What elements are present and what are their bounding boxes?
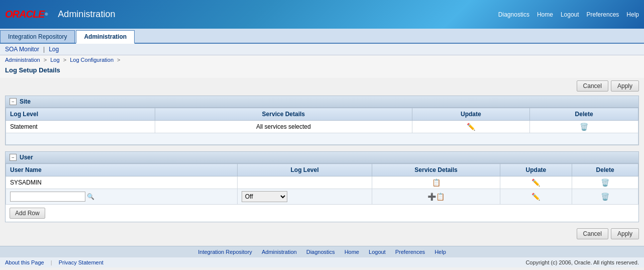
breadcrumb-log-config[interactable]: Log Configuration [70, 57, 114, 63]
user-col-service-details: Service Details [372, 164, 500, 176]
header: ORACLE ® Administration Diagnostics Home… [0, 0, 644, 29]
breadcrumb-arrow-3: > [117, 57, 120, 63]
footer-separator: | [51, 259, 52, 265]
bottom-action-bar: Cancel Apply [5, 228, 639, 239]
site-row-log-level: Statement [6, 121, 155, 133]
content-area: Cancel Apply − Site Log Level Service De… [0, 78, 644, 246]
user-input-delete-icon[interactable]: 🗑️ [601, 193, 609, 201]
page-title: Log Setup Details [0, 64, 644, 78]
user-input-name-cell: 🔍 [6, 189, 238, 205]
user-row-log-level [237, 176, 372, 189]
user-row-username: SYSADMIN [6, 176, 238, 189]
about-page-link[interactable]: About this Page [5, 259, 44, 265]
footer-bottom: About this Page | Privacy Statement Copy… [0, 257, 644, 267]
add-row-container: Add Row [6, 205, 638, 222]
oracle-logo: ORACLE ® [5, 9, 48, 20]
user-section-title: User [20, 154, 33, 161]
nav-home[interactable]: Home [537, 11, 553, 18]
site-section: − Site Log Level Service Details Update … [5, 96, 639, 145]
user-table: User Name Log Level Service Details Upda… [6, 163, 638, 205]
site-col-delete: Delete [530, 108, 638, 121]
bottom-apply-button[interactable]: Apply [611, 228, 639, 239]
breadcrumb: Administration > Log > Log Configuration… [0, 55, 644, 64]
site-col-log-level: Log Level [6, 108, 155, 121]
site-section-header: − Site [6, 96, 638, 108]
user-delete-icon[interactable]: 🗑️ [601, 178, 609, 187]
user-col-user-name: User Name [6, 164, 238, 176]
footer-logout[interactable]: Logout [369, 249, 386, 255]
user-collapse-icon[interactable]: − [10, 154, 17, 161]
sub-nav-soa-monitor[interactable]: SOA Monitor [5, 46, 39, 53]
footer-copyright: Copyright (c) 2006, Oracle. All rights r… [525, 259, 639, 265]
table-row: Statement All services selected ✏️ 🗑️ [6, 121, 638, 133]
site-row-delete-cell: 🗑️ [530, 121, 638, 133]
nav-help[interactable]: Help [626, 11, 639, 18]
header-nav: Diagnostics Home Logout Preferences Help [498, 11, 639, 18]
site-col-service-details: Service Details [155, 108, 412, 121]
user-add-service-icon[interactable]: ➕📋 [427, 193, 445, 201]
user-row-service-details-cell: 📋 [372, 176, 500, 189]
breadcrumb-arrow-1: > [44, 57, 48, 63]
footer-diagnostics[interactable]: Diagnostics [306, 249, 335, 255]
sub-nav-separator: | [43, 46, 45, 53]
nav-logout[interactable]: Logout [561, 11, 579, 18]
oracle-wordmark: ORACLE [5, 9, 44, 20]
privacy-statement-link[interactable]: Privacy Statement [59, 259, 103, 265]
nav-preferences[interactable]: Preferences [587, 11, 619, 18]
user-service-detail-icon[interactable]: 📋 [432, 178, 441, 187]
user-search-icon[interactable]: 🔍 [87, 193, 94, 200]
bottom-cancel-button[interactable]: Cancel [577, 228, 608, 239]
tab-integration-repo[interactable]: Integration Repository [0, 30, 75, 43]
site-row-service-details: All services selected [155, 121, 412, 133]
user-section: − User User Name Log Level Service Detai… [5, 151, 639, 222]
sub-nav-log[interactable]: Log [49, 46, 59, 53]
top-apply-button[interactable]: Apply [611, 80, 639, 92]
add-row-button[interactable]: Add Row [10, 208, 45, 219]
site-collapse-icon[interactable]: − [10, 98, 17, 105]
user-input-update-icon: ✏️ [531, 193, 540, 201]
site-table: Log Level Service Details Update Delete … [6, 108, 638, 145]
user-input-delete-cell: 🗑️ [572, 189, 638, 205]
top-action-bar: Cancel Apply [5, 80, 639, 92]
table-row: SYSADMIN 📋 ✏️ 🗑️ [6, 176, 638, 189]
breadcrumb-log[interactable]: Log [50, 57, 59, 63]
user-col-update: Update [500, 164, 572, 176]
breadcrumb-arrow-2: > [63, 57, 68, 63]
registered-mark: ® [45, 12, 48, 17]
site-empty-row [6, 133, 638, 145]
site-delete-icon[interactable]: 🗑️ [580, 123, 588, 131]
user-section-header: − User [6, 152, 638, 163]
nav-diagnostics[interactable]: Diagnostics [498, 11, 529, 18]
footer-integration-repo[interactable]: Integration Repository [198, 249, 252, 255]
app-title: Administration [58, 9, 115, 20]
breadcrumb-administration[interactable]: Administration [5, 57, 40, 63]
user-input-log-level-cell: Off Statement Exception Error Unexpected [237, 189, 372, 205]
site-col-update: Update [412, 108, 530, 121]
user-input-update-cell: ✏️ [500, 189, 572, 205]
sub-nav: SOA Monitor | Log [0, 44, 644, 55]
tab-administration[interactable]: Administration [76, 30, 135, 44]
site-section-title: Site [20, 98, 31, 105]
site-update-icon[interactable]: ✏️ [467, 123, 475, 131]
site-row-update-cell: ✏️ [412, 121, 530, 133]
user-name-input[interactable] [10, 192, 85, 202]
footer-help[interactable]: Help [435, 249, 446, 255]
user-update-icon[interactable]: ✏️ [531, 178, 540, 187]
tab-bar: Integration Repository Administration [0, 29, 644, 44]
footer-preferences[interactable]: Preferences [395, 249, 425, 255]
footer-home[interactable]: Home [345, 249, 359, 255]
user-row-delete-cell: 🗑️ [572, 176, 638, 189]
user-log-level-select[interactable]: Off Statement Exception Error Unexpected [242, 191, 287, 202]
top-cancel-button[interactable]: Cancel [577, 80, 608, 92]
user-col-delete: Delete [572, 164, 638, 176]
footer-links: Integration Repository Administration Di… [0, 246, 644, 257]
user-row-update-cell: ✏️ [500, 176, 572, 189]
footer-bottom-left: About this Page | Privacy Statement [5, 259, 103, 265]
user-input-service-cell: ➕📋 [372, 189, 500, 205]
footer-administration[interactable]: Administration [262, 249, 297, 255]
user-col-log-level: Log Level [237, 164, 372, 176]
user-input-row: 🔍 Off Statement Exception Error Unexpect… [6, 189, 638, 205]
